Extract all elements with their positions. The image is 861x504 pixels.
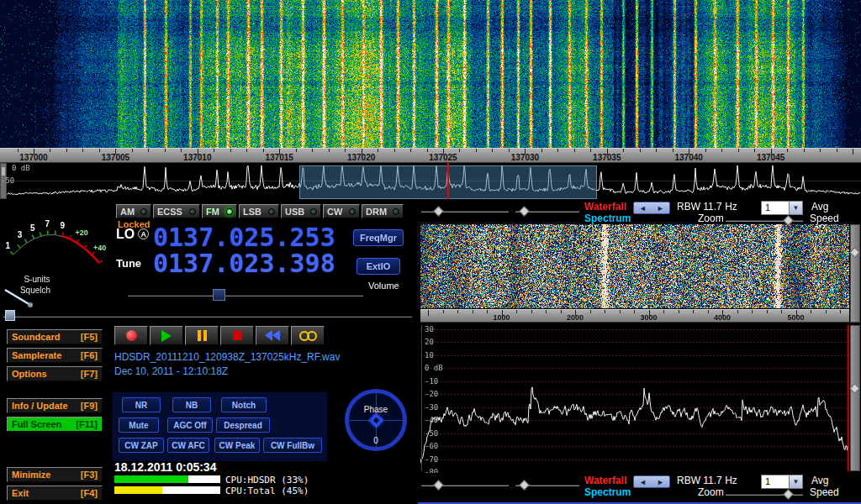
waterfall-contrast-handle[interactable] — [849, 247, 860, 258]
main-waterfall-display[interactable] — [0, 0, 861, 148]
scale-label-137040: 137040 — [675, 153, 703, 162]
step-right-icon[interactable]: ► — [657, 204, 664, 213]
waterfall-slider-a-top[interactable] — [421, 210, 509, 213]
waterfall-slider-a-bottom[interactable] — [421, 484, 509, 486]
waterfall-slider-a-bottom-handle[interactable] — [433, 480, 444, 491]
spectrum-scale-slider-handle[interactable] — [2, 167, 5, 176]
avg-select-bottom[interactable]: 1▼ — [761, 475, 803, 489]
dsp-button-cw-peak[interactable]: CW Peak — [214, 438, 260, 453]
playback-loop-button[interactable] — [291, 326, 325, 345]
scale-tick — [148, 149, 149, 152]
squelch-slider-handle[interactable] — [5, 310, 15, 321]
combo-arrow-icon[interactable]: ▼ — [789, 202, 802, 214]
mode-button-cw[interactable]: CW — [323, 204, 360, 218]
dsp-button-cw-afc[interactable]: CW AFC — [167, 438, 209, 453]
menu-button-minimize[interactable]: Minimize[F3] — [7, 467, 103, 482]
step-left-icon[interactable]: ◄ — [639, 478, 647, 486]
rf-frequency-scale[interactable]: 10002000300040005000 — [420, 309, 849, 323]
playback-play-button[interactable] — [150, 326, 183, 345]
dsp-button-cw-zap[interactable]: CW ZAP — [119, 438, 164, 453]
mode-button-lsb[interactable]: LSB — [239, 204, 279, 218]
scale-tick — [230, 149, 231, 152]
menu-button-full-screen[interactable]: Full Screen[F11] — [7, 417, 103, 432]
tune-frequency-value[interactable]: 0137.023.398 — [153, 251, 335, 276]
scale-label-137000: 137000 — [19, 153, 47, 162]
playback-record-button[interactable] — [114, 326, 148, 345]
mode-button-usb[interactable]: USB — [281, 204, 321, 218]
step-left-icon[interactable]: ◄ — [639, 204, 647, 213]
mode-button-drm[interactable]: DRM — [362, 204, 404, 218]
rf-waterfall-display[interactable] — [420, 224, 849, 308]
tune-label: Tune — [116, 258, 141, 270]
freqmgr-button[interactable]: FreqMgr — [353, 229, 404, 246]
dsp-button-agc-off[interactable]: AGC Off — [167, 417, 213, 433]
mode-button-fm[interactable]: FM — [202, 204, 237, 218]
waterfall-contrast-slider[interactable] — [850, 224, 860, 323]
spectrum-gain-handle[interactable] — [849, 383, 860, 394]
s-meter: 13579+20+40 S-units Squelch — [2, 202, 109, 310]
lo-lock-badge[interactable]: A — [138, 228, 149, 239]
waterfall-slider-b-top-handle[interactable] — [519, 206, 530, 217]
waterfall-slider-b-bottom[interactable] — [515, 484, 579, 486]
scale-label-137035: 137035 — [593, 153, 621, 162]
avg-select-top[interactable]: 1▼ — [761, 201, 803, 215]
scale-tick — [66, 149, 67, 152]
menu-button-exit[interactable]: Exit[F4] — [7, 486, 103, 501]
scale-tick — [620, 310, 621, 313]
spectrum-gain-slider[interactable] — [850, 325, 860, 471]
scale-label-5000: 5000 — [787, 313, 804, 322]
rf-spectrum-display[interactable] — [420, 325, 849, 471]
main-spectrum-display[interactable]: 0 dB -50 — [0, 163, 861, 199]
scale-tick — [132, 149, 133, 152]
main-frequency-scale[interactable]: 1370001370051370101370151370201370251370… — [0, 148, 861, 163]
menu-button-soundcard[interactable]: Soundcard[F5] — [7, 329, 103, 344]
phase-indicator[interactable]: Phase 0 — [345, 389, 407, 451]
waterfall-slider-b-bottom-handle[interactable] — [519, 480, 530, 491]
cpu-total-bar — [114, 486, 220, 494]
speed-slider-top[interactable] — [726, 219, 803, 222]
svg-text:+40: +40 — [93, 244, 106, 252]
dsp-button-mute[interactable]: Mute — [119, 417, 159, 433]
scale-tick — [737, 310, 738, 313]
zoom-step-buttons-top[interactable]: ◄► — [633, 202, 670, 214]
dsp-button-nr[interactable]: NR — [122, 397, 161, 412]
scale-tick — [693, 310, 694, 313]
menu-button-samplerate[interactable]: Samplerate[F6] — [7, 348, 103, 363]
speed-slider-bottom[interactable] — [726, 493, 803, 496]
extio-button[interactable]: ExtIO — [357, 258, 400, 275]
squelch-slider[interactable] — [3, 310, 412, 322]
mode-button-am[interactable]: AM — [116, 204, 151, 218]
playback-rewind-button[interactable] — [256, 326, 289, 345]
db-label-20: 20 — [425, 338, 434, 346]
dsp-button-nb[interactable]: NB — [172, 397, 211, 412]
dsp-button-despread[interactable]: Despread — [216, 417, 270, 433]
waterfall-mode-top[interactable]: Waterfall — [584, 202, 626, 213]
speed-slider-bottom-handle[interactable] — [783, 489, 794, 500]
playback-stop-button[interactable] — [220, 326, 254, 345]
playback-pause-button[interactable] — [185, 326, 219, 345]
mode-led-drm — [393, 208, 399, 215]
mode-led-cw — [349, 208, 356, 215]
spectrum-mode-bottom[interactable]: Spectrum — [584, 487, 631, 498]
spectrum-mode-top[interactable]: Spectrum — [584, 213, 631, 224]
dsp-button-cw-fullbw[interactable]: CW FullBw — [263, 438, 322, 453]
waterfall-slider-b-top[interactable] — [515, 210, 579, 213]
menu-button-label: Options — [12, 369, 47, 379]
step-right-icon[interactable]: ► — [657, 478, 664, 486]
mode-button-ecss[interactable]: ECSS — [153, 204, 200, 218]
waterfall-mode-bottom[interactable]: Waterfall — [584, 475, 626, 486]
volume-slider[interactable] — [128, 289, 363, 301]
mode-label: ECSS — [157, 207, 182, 217]
tune-frequency-marker[interactable] — [447, 163, 449, 199]
dsp-button-notch[interactable]: Notch — [221, 397, 267, 412]
waterfall-slider-a-top-handle[interactable] — [433, 206, 444, 217]
pause-icon — [198, 330, 201, 341]
volume-slider-handle[interactable] — [213, 289, 225, 301]
menu-button-info-update[interactable]: Info / Update[F9] — [7, 398, 103, 413]
menu-button-options[interactable]: Options[F7] — [7, 366, 103, 381]
combo-arrow-icon[interactable]: ▼ — [789, 475, 802, 488]
mode-label: CW — [327, 207, 342, 217]
lo-frequency-value[interactable]: 0137.025.253 — [153, 225, 335, 250]
zoom-step-buttons-bottom[interactable]: ◄► — [633, 475, 670, 488]
rbw-readout-top: RBW 11.7 Hz — [677, 202, 737, 213]
